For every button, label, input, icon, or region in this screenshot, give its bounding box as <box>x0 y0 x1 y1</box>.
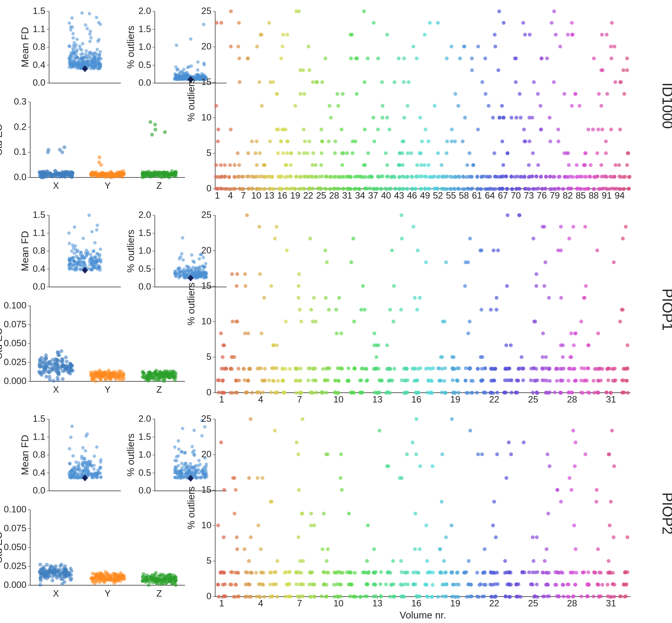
vol-point <box>479 582 483 586</box>
vol-point <box>493 595 497 599</box>
swarm-point <box>200 434 203 437</box>
ec-point <box>52 379 55 383</box>
vol-point <box>569 187 573 191</box>
svg-text:15: 15 <box>201 484 211 495</box>
vol-point <box>365 367 368 371</box>
vol-point-high <box>385 343 389 347</box>
vol-point <box>229 391 233 395</box>
svg-text:70: 70 <box>511 190 521 200</box>
vol-point-high <box>495 452 499 456</box>
svg-text:25: 25 <box>201 6 211 16</box>
vol-point <box>562 583 566 587</box>
swarm-point <box>205 275 208 279</box>
vol-point-high <box>302 92 306 96</box>
swarm-point <box>181 236 184 239</box>
svg-text:58: 58 <box>459 190 469 200</box>
vol-point-high <box>555 488 559 492</box>
vol-point-high <box>567 237 571 241</box>
vol-point-high <box>600 128 604 131</box>
vol-point-high <box>390 248 394 252</box>
vol-point <box>311 175 314 179</box>
vol-point <box>387 571 390 574</box>
vol-point-high <box>424 524 428 527</box>
vol-point <box>461 174 465 178</box>
vol-point-high <box>363 163 367 167</box>
vol-point-high <box>230 367 234 371</box>
vol-point-high <box>612 367 616 371</box>
vol-point <box>378 391 381 395</box>
vol-point <box>375 187 379 191</box>
vol-point <box>575 571 578 575</box>
vol-point <box>324 595 328 598</box>
vol-point <box>515 391 518 395</box>
vol-point <box>487 187 490 191</box>
vol-point <box>546 595 549 598</box>
vol-point-high <box>367 571 370 575</box>
vol-point-high <box>307 139 311 143</box>
vol-point-high <box>216 524 220 527</box>
swarm-point <box>197 468 200 472</box>
vol-point-high <box>484 92 487 96</box>
vol-point-high <box>324 57 327 60</box>
vol-point <box>541 571 545 575</box>
vol-point-high <box>351 139 354 143</box>
vol-point <box>347 367 350 370</box>
svg-text:16: 16 <box>411 598 421 608</box>
swarm-point <box>190 253 193 257</box>
vol-point-high <box>487 104 490 108</box>
vol-point-high <box>406 151 410 155</box>
svg-text:37: 37 <box>368 190 378 200</box>
vol-point-high <box>612 45 616 48</box>
vol-point <box>526 187 530 191</box>
vol-point-high <box>279 139 283 143</box>
vol-point <box>515 583 518 586</box>
vol-point-high <box>351 151 354 155</box>
vol-point-high <box>353 571 357 575</box>
vol-point-high <box>503 559 507 563</box>
vol-point <box>365 583 369 586</box>
vol-point <box>430 595 434 599</box>
vol-point <box>571 175 575 179</box>
swarm-point <box>180 469 183 472</box>
swarm-point <box>182 258 185 262</box>
ec-point <box>56 171 60 175</box>
swarm-point <box>78 45 82 48</box>
swarm-point <box>200 72 203 76</box>
vol-point <box>243 378 247 382</box>
swarm-point <box>183 76 187 79</box>
vol-point <box>399 595 403 598</box>
swarm-point <box>180 450 184 453</box>
swarm-point <box>182 476 185 479</box>
ec-point <box>67 370 71 374</box>
vol-point <box>544 175 548 179</box>
vol-point-high <box>372 571 376 575</box>
vol-point-high <box>438 547 442 551</box>
vol-point-high <box>583 225 587 228</box>
swarm-point <box>186 66 190 69</box>
vol-point <box>353 187 356 191</box>
ec-point <box>64 573 68 577</box>
vol-point <box>557 175 561 179</box>
vol-point <box>233 175 237 179</box>
swarm-point <box>176 68 179 72</box>
vol-point-high <box>298 308 302 312</box>
swarm-point <box>71 469 75 472</box>
swarm-point <box>179 74 182 78</box>
vol-point-high <box>308 237 312 241</box>
vol-point <box>482 595 486 598</box>
ec-point <box>150 573 154 577</box>
vol-point-high <box>535 284 538 288</box>
vol-point <box>267 379 271 382</box>
svg-text:0.000: 0.000 <box>4 580 26 590</box>
swarm-point <box>189 37 193 41</box>
vol-point <box>263 367 267 370</box>
vol-point-high <box>491 524 495 527</box>
vol-point-high <box>233 476 236 480</box>
vol-point <box>424 367 428 371</box>
vol-point-high <box>308 68 311 72</box>
vol-point <box>222 391 225 395</box>
vol-point <box>284 187 288 190</box>
ec-outlier <box>97 160 101 164</box>
vol-point <box>423 583 427 586</box>
swarm-point <box>88 214 91 217</box>
